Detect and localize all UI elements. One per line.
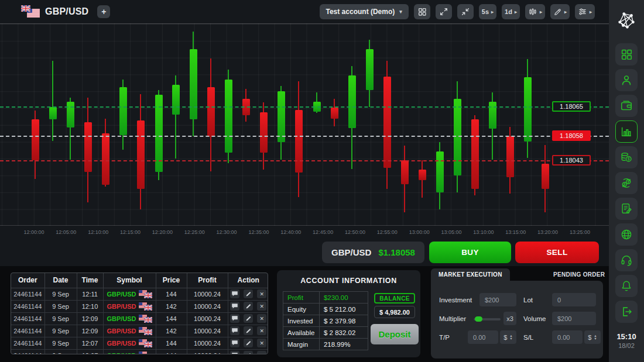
order-edit-button[interactable] (244, 339, 253, 347)
order-close-button[interactable]: ✕ (257, 314, 266, 323)
order-edit-button[interactable] (244, 289, 253, 298)
sidebar-item-profile[interactable] (615, 69, 638, 91)
candle-body (454, 99, 461, 175)
sidebar-item-exchange[interactable]: $ $ (615, 172, 638, 194)
range-button[interactable]: 1d ▸ (502, 4, 520, 19)
sidebar-item-support[interactable] (615, 249, 638, 271)
order-edit-button[interactable] (244, 326, 253, 335)
order-time: 12:10 (77, 300, 103, 312)
sl-unit: $ (588, 334, 591, 341)
uk-flag-icon (144, 329, 152, 335)
sidebar-item-notifications[interactable] (615, 275, 638, 297)
coins-icon: $ (620, 151, 633, 164)
order-row: 244611449 Sep12:07GBP/USD 14410000.24✕ (11, 349, 268, 354)
buy-button[interactable]: BUY (429, 242, 511, 263)
order-comment-button[interactable] (230, 289, 239, 298)
order-edit-button[interactable] (244, 302, 253, 311)
tp-input[interactable]: 0.00 (468, 330, 498, 344)
sl-input[interactable]: 0.00 (552, 330, 583, 344)
indicators-button[interactable]: ▸ (575, 4, 595, 19)
orders-header-row: Order Date Time Symbol Price Profit Acti… (11, 273, 268, 288)
pair-title: GBP/USD (45, 6, 88, 17)
candle-body (419, 170, 426, 180)
order-edit-button[interactable] (244, 314, 253, 323)
timeframe-button[interactable]: 5s ▸ (479, 4, 496, 19)
wallet-icon (620, 99, 633, 112)
multiplier-value: x3 (503, 312, 516, 325)
candle-body (225, 80, 232, 153)
candle-body (524, 77, 532, 142)
sidebar-item-contracts[interactable] (615, 198, 638, 220)
account-selector[interactable]: Test account (Demo) ▾ (320, 4, 409, 19)
account-metric-label: Available (283, 327, 320, 339)
sidebar-item-trading[interactable] (615, 120, 638, 143)
price-level-label-up: 1.18065 (552, 101, 591, 112)
order-close-button[interactable]: ✕ (257, 339, 266, 347)
multiplier-slider[interactable] (474, 318, 501, 320)
candle-body (32, 119, 39, 160)
edit-icon (245, 340, 252, 346)
sidebar-item-web[interactable] (615, 223, 638, 246)
balance-value: $ 4,982.00 (374, 306, 415, 318)
investment-input[interactable]: $200 (479, 293, 516, 306)
sidebar-item-wallet[interactable] (615, 95, 638, 117)
tp-unit-stepper[interactable]: $ ▲▼ (500, 330, 516, 344)
order-price: 144 (156, 337, 187, 349)
volume-input[interactable]: $200 (552, 312, 596, 325)
time-axis-label: 13:20:00 (537, 229, 558, 235)
sidebar-item-logout[interactable] (615, 301, 638, 323)
order-profit: 10000.24 (187, 312, 228, 325)
candle-body (471, 119, 479, 189)
order-close-button[interactable]: ✕ (257, 326, 266, 335)
account-metric-value: $230.00 (319, 292, 368, 304)
order-comment-button[interactable] (230, 351, 239, 354)
tab-market-execution[interactable]: MARKET EXECUTION (431, 268, 510, 281)
account-info-row: Margin218.99% (283, 339, 368, 350)
headset-icon (620, 254, 633, 267)
candle-body (119, 87, 127, 135)
order-date: 9 Sep (44, 337, 77, 349)
sidebar-item-dashboard[interactable] (615, 43, 638, 65)
uk-flag-icon (144, 292, 152, 298)
time-axis-label: 12:50:00 (345, 229, 365, 235)
tab-pending-order[interactable]: PENDING ORDER (553, 268, 605, 281)
stepper-arrows-icon[interactable]: ▲▼ (594, 335, 597, 340)
candlestick-chart[interactable]: 1.180651.180581.18043 (0, 23, 609, 226)
chart-type-button[interactable]: ▸ (525, 4, 545, 19)
sl-unit-stepper[interactable]: $ ▲▼ (584, 330, 601, 344)
order-date: 9 Sep (44, 300, 77, 312)
tp-unit: $ (503, 334, 507, 341)
order-comment-button[interactable] (230, 314, 239, 323)
add-pair-button[interactable]: + (97, 5, 110, 18)
fullscreen-expand-button[interactable] (436, 4, 452, 19)
time-axis-label: 12:10:00 (88, 229, 108, 235)
orders-table: Order Date Time Symbol Price Profit Acti… (11, 273, 268, 354)
order-comment-button[interactable] (230, 302, 239, 311)
draw-tool-button[interactable]: ▸ (550, 4, 570, 19)
order-close-button[interactable]: ✕ (257, 302, 266, 311)
sell-button[interactable]: SELL (515, 242, 599, 263)
stepper-arrows-icon[interactable]: ▲▼ (509, 335, 512, 340)
order-edit-button[interactable] (244, 351, 253, 354)
order-id: 24461144 (11, 288, 44, 300)
contract-edit-icon (620, 202, 633, 215)
layout-grid-button[interactable] (414, 4, 430, 19)
deposit-button[interactable]: Deposit (371, 324, 419, 344)
chart-toolbar: Test account (Demo) ▾ (320, 4, 595, 19)
candle-body (137, 120, 145, 189)
sidebar-item-funds[interactable]: $ (615, 146, 638, 168)
price-level-label-current: 1.18058 (552, 130, 591, 141)
order-id: 24461144 (11, 312, 44, 325)
account-selector-label: Test account (Demo) (326, 8, 395, 16)
order-profit: 10000.24 (187, 325, 228, 337)
order-comment-button[interactable] (230, 326, 239, 335)
lot-input[interactable]: 0 (552, 293, 596, 306)
order-comment-button[interactable] (230, 339, 239, 347)
col-symbol: Symbol (103, 273, 156, 288)
time-axis-label: 12:55:00 (377, 229, 398, 235)
order-time: 12:07 (77, 337, 103, 349)
order-close-button[interactable]: ✕ (257, 351, 266, 354)
order-close-button[interactable]: ✕ (257, 289, 266, 298)
multiplier-slider-knob[interactable] (475, 316, 482, 322)
fullscreen-collapse-button[interactable] (457, 4, 474, 19)
